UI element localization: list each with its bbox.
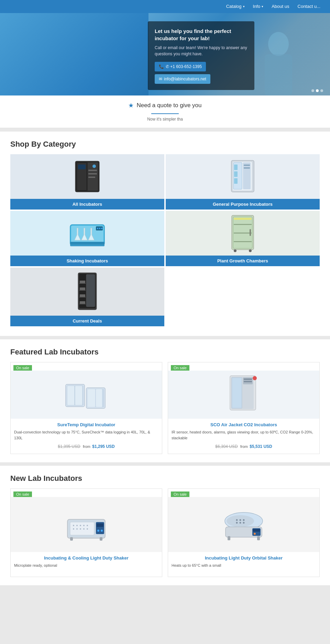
hero-person-svg [254,27,302,95]
current-deals-image [10,268,164,316]
svg-point-72 [73,528,74,530]
svg-point-76 [87,528,88,530]
category-plant-growth[interactable]: Plant Growth Chambers [166,211,320,266]
svg-rect-47 [80,301,85,304]
svg-point-93 [236,522,238,524]
category-current-deals[interactable]: Current Deals [10,268,164,326]
suretemp-info: SureTemp Digital Incubator Dual-convecti… [11,419,162,454]
svg-rect-96 [228,536,230,540]
shaking-image [10,211,164,256]
svg-rect-17 [243,162,251,189]
shop-by-category-section: Shop By Category [0,132,330,336]
svg-rect-9 [88,173,97,174]
general-purpose-image [166,154,320,199]
sco-badge: On sale [171,365,189,371]
svg-point-35 [234,249,236,252]
svg-point-27 [101,228,102,229]
svg-rect-14 [234,165,238,170]
svg-rect-16 [234,178,238,184]
orbital-shaker-name: Incubating Light Duty Orbital Shaker [172,555,316,561]
svg-rect-50 [67,386,75,405]
svg-rect-51 [75,386,82,405]
svg-point-95 [243,522,245,524]
nav-contact-label: Contact u... [298,0,320,13]
phone-button[interactable]: 📞 ✆ +1 603-652-1395 [155,62,206,71]
svg-rect-44 [80,281,85,283]
new-lab-section: New Lab Incubators On sale [0,466,330,585]
svg-rect-59 [232,378,241,408]
hero-carousel-dots [311,89,323,92]
suretemp-desc: Dual-convection technology up to 75°C, S… [14,429,158,441]
svg-rect-39 [86,274,95,307]
new-lab-title: New Lab Incubators [10,474,320,483]
svg-point-89 [227,515,254,527]
svg-rect-87 [253,529,260,532]
svg-rect-97 [257,536,260,540]
general-purpose-svg [227,158,258,195]
suretemp-svg [64,377,109,412]
quote-divider [151,113,179,114]
nav-catalog-label: Catalog [226,0,242,13]
nav-contact[interactable]: Contact u... [294,0,324,13]
dot-1[interactable] [311,89,314,92]
svg-rect-78 [97,523,103,527]
new-product-cooling-shaker[interactable]: On sale [10,488,162,577]
current-deals-svg [75,271,99,312]
svg-point-79 [97,530,99,532]
svg-point-74 [80,528,81,530]
suretemp-new-price: $1,295 USD [92,444,114,449]
featured-section: Featured Lab Incubators On sale [0,339,330,462]
svg-point-0 [268,32,289,56]
sco-desc: IR sensor, heated doors, alarms, glass v… [172,429,316,441]
svg-rect-62 [244,379,252,380]
quote-title: ★ Need a quote to give you [128,102,201,109]
svg-rect-6 [78,165,86,169]
suretemp-name: SureTemp Digital Incubator [14,422,158,427]
svg-rect-43 [79,304,86,304]
svg-rect-40 [79,283,86,284]
svg-point-80 [101,530,103,532]
svg-point-60 [253,376,257,380]
svg-rect-19 [244,167,250,169]
nav-catalog[interactable]: Catalog ▾ [222,0,249,13]
all-incubators-label: All Incubators [10,199,164,210]
svg-point-69 [80,525,81,526]
svg-rect-82 [100,537,102,541]
phone-label: ✆ +1 603-652-1395 [166,64,202,69]
category-shaking[interactable]: Shaking Incubators [10,211,164,266]
all-incubators-svg [72,158,103,195]
plant-growth-svg [229,214,256,253]
category-grid: All Incubators [10,154,320,328]
quote-bar: ★ Need a quote to give you Now it's simp… [0,95,330,128]
nav-catalog-caret: ▾ [243,0,245,13]
svg-rect-63 [244,381,252,382]
new-product-orbital-shaker[interactable]: On sale [168,488,320,577]
email-button[interactable]: ✉ info@labincubators.net [155,74,210,84]
dot-3[interactable] [320,89,323,92]
product-sco[interactable]: On sale SCO Air Jacket CO2 Incubators [168,362,320,454]
product-suretemp[interactable]: On sale SureTemp Digita [10,362,162,454]
cooling-shaker-svg [64,502,109,547]
nav-about[interactable]: About us [267,0,293,13]
plant-growth-image [166,211,320,256]
orbital-shaker-info: Incubating Light Duty Orbital Shaker Hea… [168,552,319,577]
nav-info[interactable]: Info ▾ [249,0,268,13]
all-incubators-image [10,154,164,199]
dot-2[interactable] [316,89,319,92]
svg-point-25 [97,228,98,229]
svg-point-26 [99,228,100,229]
orbital-shaker-badge: On sale [171,492,189,497]
svg-point-88 [254,533,256,535]
orbital-shaker-image [168,497,319,552]
sco-price: $6,304 USD from $5,531 USD [172,444,316,449]
svg-point-73 [76,528,78,530]
svg-rect-23 [70,245,104,246]
category-all-incubators[interactable]: All Incubators [10,154,164,210]
svg-point-91 [240,519,241,521]
category-general-purpose[interactable]: General Purpose Incubators [166,154,320,210]
sco-old-price: $6,304 USD [215,444,238,449]
quote-title-text: Need a quote to give you [136,102,201,109]
svg-point-94 [240,522,241,524]
svg-rect-18 [244,165,250,166]
svg-rect-54 [88,389,95,407]
